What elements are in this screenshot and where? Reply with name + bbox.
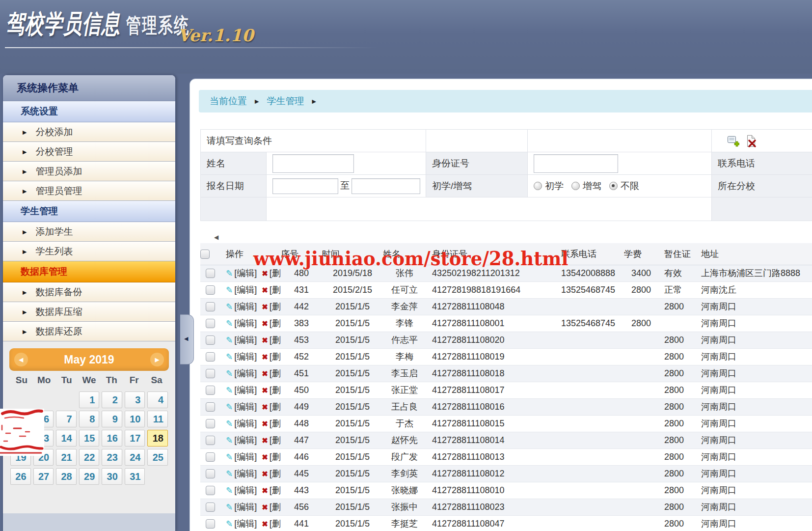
row-checkbox[interactable]	[206, 285, 215, 295]
calendar-day[interactable]: 3	[125, 391, 145, 408]
calendar-day	[56, 391, 77, 408]
delete-link[interactable]: [删除]	[270, 452, 281, 462]
menu-item[interactable]: ▶分校添加	[3, 122, 175, 142]
edit-link[interactable]: [编辑]	[234, 469, 257, 478]
row-checkbox[interactable]	[206, 486, 215, 495]
menu-item[interactable]: ▶数据库还原	[3, 322, 175, 341]
row-checkbox[interactable]	[206, 419, 215, 428]
row-checkbox[interactable]	[206, 369, 215, 378]
calendar-day[interactable]: 16	[102, 430, 122, 447]
sidebar-collapse-handle[interactable]: ◀	[180, 314, 194, 364]
menu-item[interactable]: ▶管理员添加	[3, 162, 175, 181]
row-checkbox[interactable]	[206, 452, 215, 462]
calendar-next-icon[interactable]: ▶	[150, 353, 164, 366]
delete-link[interactable]: [删除]	[270, 485, 281, 495]
delete-link[interactable]: [删除]	[270, 385, 281, 395]
delete-link[interactable]: [删除]	[270, 435, 281, 445]
calendar-day[interactable]: 2	[102, 391, 122, 408]
calendar-day[interactable]: 25	[147, 449, 168, 466]
calendar-day[interactable]: 7	[56, 411, 77, 427]
row-checkbox[interactable]	[206, 352, 215, 362]
edit-link[interactable]: [编辑]	[234, 352, 257, 362]
row-checkbox[interactable]	[206, 269, 215, 278]
calendar-day[interactable]: 9	[102, 411, 122, 427]
menu-item[interactable]: ▶数据库备份	[3, 282, 175, 302]
breadcrumb-page[interactable]: 学生管理	[267, 96, 304, 106]
delete-link[interactable]: [删除]	[270, 502, 281, 512]
edit-link[interactable]: [编辑]	[234, 452, 257, 462]
delete-link[interactable]: [删除]	[270, 285, 281, 295]
calendar-day[interactable]: 24	[125, 449, 145, 466]
calendar-day[interactable]: 14	[56, 430, 77, 447]
calendar-day[interactable]: 11	[147, 411, 168, 427]
edit-link[interactable]: [编辑]	[234, 402, 257, 412]
row-checkbox[interactable]	[206, 503, 215, 512]
edit-link[interactable]: [编辑]	[234, 519, 257, 529]
calendar-day[interactable]: 8	[79, 411, 100, 427]
row-checkbox[interactable]	[206, 386, 215, 395]
edit-link[interactable]: [编辑]	[234, 285, 257, 295]
name-input[interactable]	[272, 154, 354, 173]
edit-link[interactable]: [编辑]	[234, 302, 257, 311]
calendar-prev-icon[interactable]: ◀	[14, 353, 28, 366]
calendar-day[interactable]: 10	[125, 411, 145, 427]
menu-section-header[interactable]: 数据库管理	[3, 261, 175, 282]
row-checkbox[interactable]	[206, 402, 215, 412]
scroll-left-icon[interactable]: ◀	[214, 234, 218, 241]
menu-section-header[interactable]: 学生管理	[3, 201, 175, 222]
edit-link[interactable]: [编辑]	[234, 368, 257, 378]
row-checkbox[interactable]	[206, 335, 215, 345]
edit-link[interactable]: [编辑]	[234, 318, 257, 328]
menu-section-header[interactable]: 系统设置	[3, 101, 175, 122]
menu-item[interactable]: ▶分校管理	[3, 142, 175, 162]
license-radio[interactable]	[609, 182, 618, 190]
edit-link[interactable]: [编辑]	[234, 502, 257, 512]
edit-link[interactable]: [编辑]	[234, 435, 257, 445]
calendar-day[interactable]: 15	[79, 430, 100, 447]
row-checkbox[interactable]	[206, 319, 215, 328]
calendar-day[interactable]: 22	[79, 449, 100, 466]
id-number-input[interactable]	[534, 154, 618, 173]
calendar-day[interactable]: 30	[102, 468, 122, 485]
row-checkbox[interactable]	[206, 436, 215, 445]
delete-link[interactable]: [删除]	[270, 402, 281, 412]
calendar-day[interactable]: 23	[102, 449, 122, 466]
row-checkbox[interactable]	[206, 302, 215, 311]
delete-record-icon[interactable]	[745, 135, 758, 147]
edit-link[interactable]: [编辑]	[234, 485, 257, 495]
delete-link[interactable]: [删除]	[270, 352, 281, 362]
delete-link[interactable]: [删除]	[270, 302, 281, 311]
delete-link[interactable]: [删除]	[270, 318, 281, 328]
calendar-day[interactable]: 1	[79, 391, 100, 408]
add-record-icon[interactable]	[727, 135, 739, 147]
calendar-day[interactable]: 29	[79, 468, 100, 485]
row-checkbox[interactable]	[206, 519, 215, 529]
edit-link[interactable]: [编辑]	[234, 419, 257, 428]
delete-link[interactable]: [删除]	[270, 419, 281, 428]
calendar-day[interactable]: 26	[10, 468, 31, 485]
calendar-day[interactable]: 21	[56, 449, 77, 466]
date-to-input[interactable]	[352, 178, 420, 194]
delete-link[interactable]: [删除]	[270, 469, 281, 478]
menu-item[interactable]: ▶管理员管理	[3, 181, 175, 201]
delete-link[interactable]: [删除]	[270, 368, 281, 378]
row-checkbox[interactable]	[206, 469, 215, 478]
calendar-day[interactable]: 28	[56, 468, 77, 485]
menu-item[interactable]: ▶添加学生	[3, 222, 175, 242]
menu-item[interactable]: ▶数据库压缩	[3, 302, 175, 322]
menu-item[interactable]: ▶学生列表	[3, 242, 175, 261]
license-radio[interactable]	[571, 182, 580, 190]
calendar-day[interactable]: 27	[33, 468, 54, 485]
license-radio[interactable]	[534, 182, 542, 190]
calendar-day[interactable]: 17	[125, 430, 145, 447]
edit-link[interactable]: [编辑]	[234, 335, 257, 345]
calendar-day[interactable]: 31	[125, 468, 145, 485]
delete-link[interactable]: [删除]	[270, 335, 281, 345]
breadcrumb-location[interactable]: 当前位置	[210, 96, 247, 106]
date-from-input[interactable]	[272, 178, 338, 194]
edit-link[interactable]: [编辑]	[234, 385, 257, 395]
delete-link[interactable]: [删除]	[270, 519, 281, 529]
select-all-checkbox[interactable]	[200, 250, 210, 259]
calendar-day[interactable]: 18	[147, 430, 168, 447]
calendar-day[interactable]: 4	[147, 391, 168, 408]
